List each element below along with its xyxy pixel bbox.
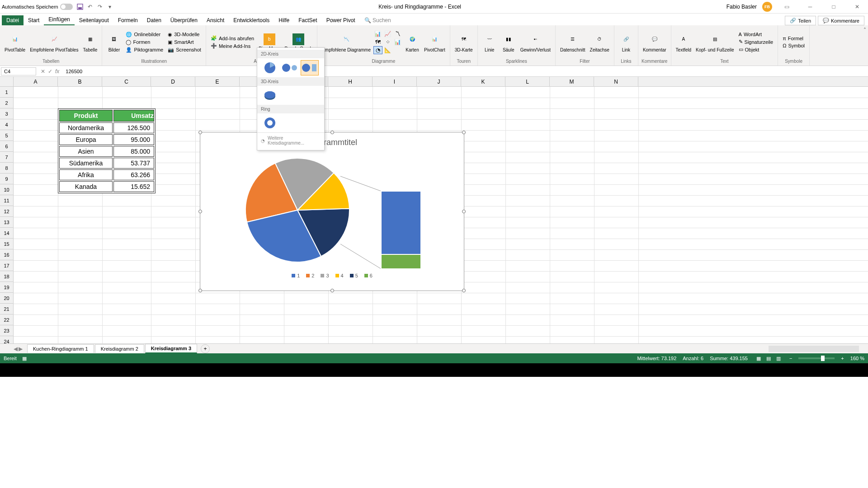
horizontal-scrollbar[interactable] (769, 346, 859, 352)
shapes-button[interactable]: ◯ Formen (124, 38, 165, 46)
row-header[interactable]: 8 (0, 163, 14, 174)
close-icon[interactable]: ✕ (848, 1, 866, 13)
stats-chart-icon[interactable]: 📊 (393, 38, 402, 46)
zoom-in-icon[interactable]: + (841, 356, 844, 361)
select-all-corner[interactable] (0, 77, 14, 86)
maps-button[interactable]: 🌍Karten (403, 31, 421, 53)
page-break-icon[interactable]: ▥ (774, 355, 783, 362)
sheet-tab[interactable]: Kreisdiagramm 2 (95, 344, 144, 353)
row-header[interactable]: 1 (0, 87, 14, 98)
tab-formulas[interactable]: Formeln (113, 15, 142, 25)
pie-of-pie-option[interactable] (281, 60, 299, 75)
tab-start[interactable]: Start (24, 15, 44, 25)
icons-button[interactable]: 👤 Piktogramme (124, 46, 165, 54)
line-chart-icon[interactable]: 📈 (383, 30, 392, 38)
col-header[interactable]: J (417, 77, 461, 86)
tab-review[interactable]: Überprüfen (166, 15, 202, 25)
tab-file[interactable]: Datei (2, 15, 24, 25)
col-header[interactable]: K (461, 77, 505, 86)
row-header[interactable]: 5 (0, 130, 14, 141)
row-header[interactable]: 24 (0, 336, 14, 343)
sparkline-column-button[interactable]: ▮▮Säule (500, 31, 518, 53)
scatter-chart-icon[interactable]: ⁘ (383, 38, 392, 46)
cancel-formula-icon[interactable]: ✕ (41, 68, 45, 75)
bar-of-pie-option[interactable] (301, 60, 319, 75)
sparkline-line-button[interactable]: 〰Linie (481, 31, 499, 53)
ribbon-options-icon[interactable]: ▭ (778, 1, 796, 13)
col-header[interactable]: I (373, 77, 417, 86)
tab-devtools[interactable]: Entwicklertools (229, 15, 274, 25)
online-pictures-button[interactable]: 🌐 Onlinebilder (124, 31, 165, 38)
undo-icon[interactable]: ↶ (86, 3, 94, 10)
add-sheet-button[interactable]: + (201, 344, 210, 353)
sheet-prev-icon[interactable]: ◀ (14, 346, 18, 352)
col-header[interactable]: A (14, 77, 58, 86)
wordart-button[interactable]: A WordArt (737, 31, 775, 38)
col-header[interactable]: E (195, 77, 240, 86)
textbox-button[interactable]: ATextfeld (674, 31, 693, 53)
row-header[interactable]: 21 (0, 304, 14, 314)
pivottable-button[interactable]: 📊PivotTable (3, 31, 27, 53)
share-button[interactable]: 🔗 Teilen (785, 16, 816, 25)
accept-formula-icon[interactable]: ✓ (48, 68, 52, 75)
col-header[interactable]: H (328, 77, 373, 86)
avatar[interactable]: FB (762, 2, 772, 12)
row-header[interactable]: 3 (0, 108, 14, 119)
row-header[interactable]: 19 (0, 282, 14, 293)
autosave-toggle[interactable]: Automatisches Speichern (2, 4, 73, 10)
slicer-button[interactable]: ☰Datenschnitt (558, 31, 587, 53)
minimize-icon[interactable]: ─ (801, 1, 819, 13)
collapse-ribbon-icon[interactable]: ˄ (862, 25, 868, 66)
comment-button[interactable]: 💬Kommentar (641, 31, 668, 53)
tab-insert[interactable]: Einfügen (44, 14, 74, 25)
zoom-out-icon[interactable]: − (789, 356, 792, 361)
row-header[interactable]: 22 (0, 314, 14, 325)
comments-button[interactable]: 💬 Kommentare (818, 16, 864, 25)
tab-pagelayout[interactable]: Seitenlayout (75, 15, 113, 25)
3d-map-button[interactable]: 🗺3D-Karte (453, 31, 475, 53)
row-header[interactable]: 12 (0, 206, 14, 217)
equation-button[interactable]: π Formel (781, 35, 807, 42)
maximize-icon[interactable]: □ (825, 1, 843, 13)
row-header[interactable]: 4 (0, 119, 14, 130)
sheet-next-icon[interactable]: ▶ (19, 346, 23, 352)
row-header[interactable]: 11 (0, 195, 14, 206)
tab-view[interactable]: Ansicht (202, 15, 229, 25)
normal-view-icon[interactable]: ▦ (754, 355, 763, 362)
pie-chart-icon[interactable]: ◔ (373, 46, 382, 54)
row-header[interactable]: 13 (0, 217, 14, 228)
tab-help[interactable]: Hilfe (274, 15, 294, 25)
col-header[interactable]: N (594, 77, 638, 86)
name-box[interactable] (1, 67, 36, 75)
search-box[interactable]: 🔍 Suchen (360, 15, 396, 25)
row-header[interactable]: 17 (0, 260, 14, 271)
more-pie-charts-button[interactable]: ◔Weitere Kreisdiagramme... (257, 132, 324, 148)
col-header[interactable]: D (151, 77, 195, 86)
col-header[interactable]: C (102, 77, 151, 86)
formula-input[interactable]: 126500 (63, 68, 868, 75)
row-header[interactable]: 15 (0, 239, 14, 249)
my-addins-button[interactable]: ➕ Meine Add-Ins (209, 42, 256, 50)
macro-record-icon[interactable]: ▦ (22, 356, 27, 361)
sheet-tab[interactable]: Kuchen-Ringdiagramm 1 (27, 344, 94, 353)
save-icon[interactable] (76, 3, 84, 10)
link-button[interactable]: 🔗Link (617, 31, 635, 53)
tab-data[interactable]: Daten (142, 15, 166, 25)
row-header[interactable]: 14 (0, 228, 14, 239)
tab-factset[interactable]: FactSet (294, 15, 321, 25)
tab-powerpivot[interactable]: Power Pivot (322, 15, 360, 25)
redo-icon[interactable]: ↷ (96, 3, 104, 10)
col-header[interactable]: B (58, 77, 102, 86)
chart-object[interactable]: Diagrammtitel 123456 (200, 132, 464, 291)
data-table[interactable]: ProduktUmsatz Nordamerika126.500 Europa9… (58, 108, 156, 193)
recommended-pivot-button[interactable]: 📈Empfohlene PivotTables (28, 31, 80, 53)
row-header[interactable]: 18 (0, 271, 14, 282)
spreadsheet-grid[interactable]: A B C D E F G H I J K L M N 123456789101… (0, 77, 868, 343)
fx-icon[interactable]: fx (55, 68, 59, 75)
row-header[interactable]: 6 (0, 141, 14, 152)
doughnut-option[interactable] (261, 115, 279, 131)
column-chart-icon[interactable]: 📊 (373, 30, 382, 38)
row-header[interactable]: 10 (0, 184, 14, 195)
row-header[interactable]: 7 (0, 152, 14, 163)
object-button[interactable]: ▭ Objekt (737, 46, 775, 53)
